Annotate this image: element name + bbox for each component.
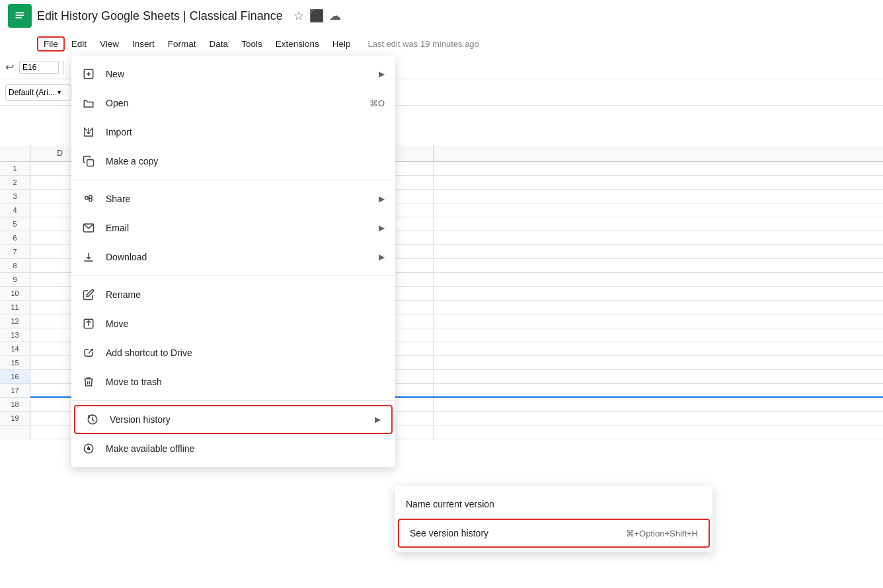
- cloud-icon[interactable]: ☁: [329, 9, 341, 23]
- submenu-see-history-label: See version history: [410, 528, 615, 538]
- menu-item-make-copy[interactable]: Make a copy: [71, 147, 395, 176]
- row-headers: 1 2 3 4 5 6 7 8 9 10 11 12 13 14 15 16 1…: [0, 162, 30, 439]
- doc-title: Edit History Google Sheets | Classical F…: [37, 9, 283, 23]
- new-arrow-icon: ▶: [379, 69, 385, 79]
- menu-item-share[interactable]: Share ▶: [71, 184, 395, 213]
- menu-file[interactable]: File: [37, 36, 65, 52]
- trash-icon: [82, 376, 95, 388]
- svg-rect-1: [16, 13, 24, 14]
- file-dropdown-menu: New ▶ Open ⌘O Import Make a copy Share ▶: [71, 55, 395, 467]
- font-family-select[interactable]: Default (Ari... ▾: [5, 84, 71, 101]
- menu-item-download-label: Download: [106, 252, 368, 262]
- menu-item-make-offline[interactable]: Make available offline: [71, 434, 395, 463]
- move-to-drive-icon[interactable]: ⬛: [309, 9, 324, 23]
- download-arrow-icon: ▶: [379, 252, 385, 262]
- menu-item-make-offline-label: Make available offline: [106, 443, 385, 454]
- menu-edit[interactable]: Edit: [65, 36, 93, 52]
- import-icon: [82, 126, 95, 138]
- menu-insert[interactable]: Insert: [126, 36, 161, 52]
- menu-view[interactable]: View: [93, 36, 126, 52]
- see-history-shortcut: ⌘+Option+Shift+H: [626, 529, 698, 538]
- menu-bar: File Edit View Insert Format Data Tools …: [0, 32, 883, 55]
- menu-item-move-to-trash[interactable]: Move to trash: [71, 367, 395, 396]
- row-header-15: 15: [0, 356, 30, 370]
- menu-item-open[interactable]: Open ⌘O: [71, 89, 395, 118]
- name-box[interactable]: E16: [19, 61, 59, 74]
- menu-format[interactable]: Format: [161, 36, 203, 52]
- divider-3: [71, 400, 395, 401]
- menu-item-version-history-label: Version history: [110, 414, 364, 425]
- open-shortcut: ⌘O: [369, 98, 385, 108]
- menu-item-download[interactable]: Download ▶: [71, 242, 395, 272]
- menu-item-email[interactable]: Email ▶: [71, 213, 395, 242]
- open-icon: [82, 97, 95, 109]
- chevron-down-icon: ▾: [58, 89, 61, 96]
- row-header-4: 4: [0, 203, 30, 217]
- new-icon: [82, 68, 95, 80]
- menu-data[interactable]: Data: [203, 36, 235, 52]
- menu-item-share-label: Share: [106, 194, 368, 204]
- move-icon: [82, 318, 95, 330]
- row-header-6: 6: [0, 231, 30, 245]
- svg-rect-2: [16, 15, 24, 16]
- menu-item-new[interactable]: New ▶: [71, 59, 395, 89]
- menu-item-import-label: Import: [106, 127, 385, 137]
- menu-extensions[interactable]: Extensions: [269, 36, 326, 52]
- row-header-18: 18: [0, 398, 30, 412]
- svg-rect-3: [16, 17, 22, 18]
- divider-1: [71, 180, 395, 180]
- offline-icon: [82, 443, 95, 455]
- download-icon: [82, 251, 95, 263]
- row-header-14: 14: [0, 342, 30, 356]
- row-header-2: 2: [0, 176, 30, 190]
- row-header-19: 19: [0, 412, 30, 425]
- top-bar: Edit History Google Sheets | Classical F…: [0, 0, 883, 32]
- undo-icon[interactable]: ↩: [5, 61, 14, 73]
- row-header-17: 17: [0, 384, 30, 398]
- share-arrow-icon: ▶: [379, 194, 385, 203]
- menu-item-add-shortcut-label: Add shortcut to Drive: [106, 348, 385, 358]
- menu-item-email-label: Email: [106, 223, 368, 233]
- row-header-7: 7: [0, 245, 30, 259]
- menu-item-rename[interactable]: Rename: [71, 280, 395, 309]
- submenu-item-see-history[interactable]: See version history ⌘+Option+Shift+H: [398, 519, 710, 548]
- menu-item-trash-label: Move to trash: [106, 377, 385, 387]
- menu-help[interactable]: Help: [326, 36, 358, 52]
- submenu-item-name-version[interactable]: Name current version: [395, 490, 712, 519]
- corner-cell: [0, 145, 30, 161]
- menu-item-move[interactable]: Move: [71, 309, 395, 338]
- last-edit-label: Last edit was 19 minutes ago: [367, 39, 479, 49]
- share-icon: [82, 193, 95, 205]
- menu-item-move-label: Move: [106, 318, 385, 329]
- shortcut-icon: [82, 347, 95, 359]
- menu-item-new-label: New: [106, 69, 368, 79]
- history-icon: [86, 414, 99, 425]
- row-header-16: 16: [0, 370, 30, 384]
- email-icon: [82, 222, 95, 234]
- row-header-1: 1: [0, 162, 30, 176]
- app-icon[interactable]: [8, 4, 32, 28]
- row-header-3: 3: [0, 190, 30, 203]
- row-header-11: 11: [0, 301, 30, 314]
- row-header-5: 5: [0, 217, 30, 231]
- row-header-9: 9: [0, 273, 30, 287]
- menu-item-import[interactable]: Import: [71, 118, 395, 147]
- svg-rect-8: [87, 160, 94, 166]
- row-header-13: 13: [0, 328, 30, 342]
- title-icons: ☆ ⬛ ☁: [293, 9, 341, 23]
- menu-item-version-history[interactable]: Version history ▶: [74, 405, 393, 434]
- row-header-10: 10: [0, 287, 30, 301]
- menu-item-open-label: Open: [106, 98, 359, 108]
- menu-item-rename-label: Rename: [106, 289, 385, 300]
- row-header-8: 8: [0, 259, 30, 273]
- submenu-name-version-label: Name current version: [406, 499, 702, 509]
- menu-item-make-copy-label: Make a copy: [106, 156, 385, 166]
- svg-line-10: [88, 199, 89, 200]
- star-icon[interactable]: ☆: [293, 9, 304, 23]
- copy-icon: [82, 155, 95, 167]
- divider-2: [71, 276, 395, 276]
- rename-icon: [82, 289, 95, 301]
- menu-tools[interactable]: Tools: [235, 36, 269, 52]
- menu-item-add-shortcut[interactable]: Add shortcut to Drive: [71, 338, 395, 367]
- email-arrow-icon: ▶: [379, 223, 385, 233]
